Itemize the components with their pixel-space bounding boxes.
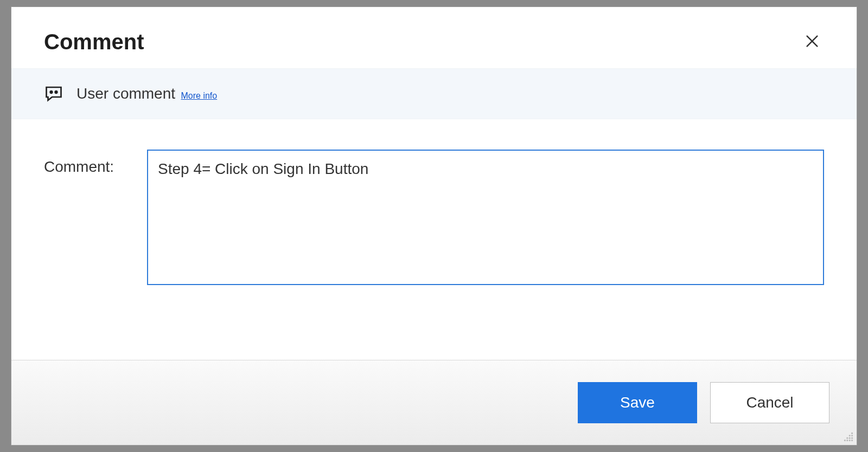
resize-grip-icon[interactable] <box>843 431 854 443</box>
svg-point-9 <box>851 437 853 439</box>
comment-textarea[interactable] <box>147 150 824 285</box>
cancel-button[interactable]: Cancel <box>710 382 829 423</box>
info-text-container: User comment More info <box>76 85 217 102</box>
info-label: User comment <box>76 85 175 102</box>
svg-point-4 <box>851 432 853 434</box>
comment-bubble-icon <box>44 84 63 104</box>
dialog-footer: Save Cancel <box>11 360 857 445</box>
comment-field-label: Comment: <box>44 150 125 176</box>
svg-point-8 <box>849 437 851 439</box>
comment-dialog: Comment User comment More info Comment: <box>11 7 857 445</box>
close-icon <box>805 34 820 50</box>
more-info-link[interactable]: More info <box>181 91 218 100</box>
svg-point-7 <box>846 437 848 439</box>
svg-point-12 <box>849 440 851 441</box>
svg-point-11 <box>846 440 848 441</box>
svg-point-13 <box>851 440 853 441</box>
close-button[interactable] <box>800 30 824 54</box>
save-button[interactable]: Save <box>578 382 697 423</box>
svg-point-6 <box>851 435 853 436</box>
svg-point-10 <box>844 440 846 441</box>
info-bar: User comment More info <box>11 68 857 119</box>
dialog-body: Comment: <box>11 119 857 360</box>
svg-point-2 <box>50 91 53 93</box>
svg-point-5 <box>849 435 851 436</box>
svg-point-3 <box>55 91 58 93</box>
dialog-header: Comment <box>11 7 857 68</box>
dialog-title: Comment <box>44 30 144 54</box>
